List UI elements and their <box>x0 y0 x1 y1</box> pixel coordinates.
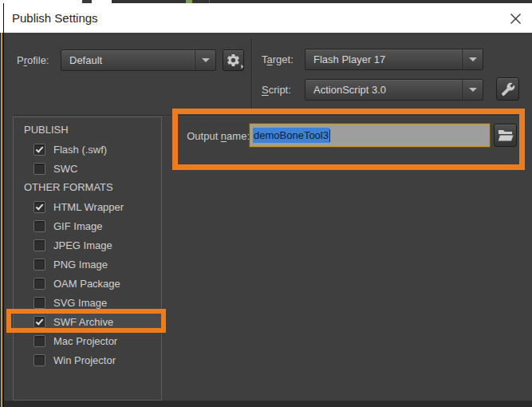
script-select[interactable]: ActionScript 3.0 <box>305 79 483 101</box>
checkbox-checked[interactable] <box>33 316 45 328</box>
dialog-body: Profile: Default Target: Flash Player 17… <box>4 33 532 401</box>
checkbox-unchecked[interactable] <box>33 278 45 290</box>
background-left-gold-line <box>1 33 2 407</box>
format-row[interactable]: HTML Wrapper <box>14 197 161 216</box>
checkbox-unchecked[interactable] <box>33 335 45 347</box>
script-settings-button[interactable] <box>496 77 519 101</box>
dialog-bottom-strip <box>4 401 532 407</box>
target-select-value: Flash Player 17 <box>305 53 462 65</box>
format-row[interactable]: JPEG Image <box>14 235 161 255</box>
script-select-arrow[interactable] <box>462 80 483 100</box>
wrench-icon <box>501 82 515 97</box>
publish-settings-dialog: Publish Settings Profile: Default <box>3 3 532 407</box>
format-section-heading: OTHER FORMATS <box>14 178 161 197</box>
profile-select-value: Default <box>61 54 195 66</box>
screenshot-root: Publish Settings Profile: Default <box>0 0 532 407</box>
dialog-title: Publish Settings <box>12 3 98 33</box>
text-caret <box>329 129 330 142</box>
format-row[interactable]: SVG Image <box>14 293 161 312</box>
profile-label: Profile: <box>17 49 49 71</box>
format-row[interactable]: PNG Image <box>14 255 161 274</box>
target-select-arrow[interactable] <box>462 49 483 69</box>
format-row[interactable]: OAM Package <box>14 274 161 293</box>
profile-options-button[interactable] <box>223 49 244 71</box>
format-row[interactable]: SWF Archive <box>14 312 161 331</box>
checkmark-icon <box>36 144 44 152</box>
checkbox-unchecked[interactable] <box>33 259 45 271</box>
checkmark-icon <box>36 202 44 210</box>
target-select[interactable]: Flash Player 17 <box>305 49 483 70</box>
section-divider-horizontal <box>14 115 524 116</box>
format-row[interactable]: Flash (.swf) <box>14 140 161 159</box>
checkbox-unchecked[interactable] <box>33 354 45 366</box>
format-label: JPEG Image <box>53 239 112 251</box>
checkbox-unchecked[interactable] <box>33 220 45 232</box>
checkbox-unchecked[interactable] <box>33 297 45 309</box>
script-select-value: ActionScript 3.0 <box>305 84 462 96</box>
format-label: SWC <box>53 163 77 175</box>
folder-open-icon <box>498 129 514 142</box>
format-row[interactable]: Win Projector <box>14 350 161 369</box>
output-name-value: demoBoneTool3 <box>253 128 329 143</box>
section-divider-vertical <box>251 38 252 110</box>
chevron-down-icon <box>469 88 477 92</box>
checkbox-unchecked[interactable] <box>33 239 45 251</box>
format-row[interactable]: Mac Projector <box>14 331 161 350</box>
profile-select-arrow[interactable] <box>195 50 215 70</box>
script-label: Script: <box>262 79 291 101</box>
chevron-down-icon <box>469 57 477 61</box>
format-section-heading: PUBLISH <box>14 121 161 140</box>
format-label: SWF Archive <box>53 316 113 328</box>
output-name-label: Output name: <box>178 124 250 148</box>
close-button[interactable] <box>508 11 522 26</box>
format-label: HTML Wrapper <box>53 201 124 213</box>
profile-select[interactable]: Default <box>61 49 216 71</box>
format-label: OAM Package <box>53 278 120 290</box>
format-label: GIF Image <box>53 220 102 232</box>
checkbox-checked[interactable] <box>33 144 45 156</box>
browse-output-button[interactable] <box>494 124 517 147</box>
target-label: Target: <box>262 49 294 70</box>
format-label: Flash (.swf) <box>53 144 107 156</box>
checkmark-icon <box>36 317 44 325</box>
format-row[interactable]: SWC <box>14 159 161 178</box>
format-row[interactable]: GIF Image <box>14 216 161 235</box>
chevron-down-icon <box>202 58 210 62</box>
format-list: PUBLISHFlash (.swf)SWCOTHER FORMATSHTML … <box>13 117 162 401</box>
checkbox-checked[interactable] <box>33 201 45 213</box>
format-label: SVG Image <box>53 297 107 309</box>
checkbox-unchecked[interactable] <box>33 163 45 175</box>
format-label: Win Projector <box>53 354 116 366</box>
format-label: Mac Projector <box>53 335 117 347</box>
format-label: PNG Image <box>53 259 108 271</box>
dialog-titlebar: Publish Settings <box>4 3 532 33</box>
x-icon <box>510 13 522 25</box>
output-name-input[interactable]: demoBoneTool3 <box>250 124 490 147</box>
